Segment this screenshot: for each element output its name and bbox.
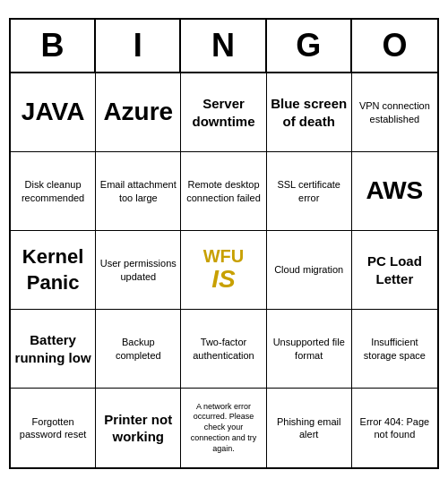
bingo-cell-9[interactable]: AWS — [352, 152, 437, 231]
cell-text-6: Email attachment too large — [99, 178, 177, 204]
cell-text-15: Battery running low — [14, 331, 91, 366]
cell-text-5: Disk cleanup recommended — [14, 178, 91, 204]
bingo-card: B I N G O JAVAAzureServer downtimeBlue s… — [9, 18, 439, 469]
header-b: B — [11, 20, 96, 72]
header-i: I — [96, 20, 181, 72]
cell-text-14: PC Load Letter — [356, 252, 434, 287]
bingo-cell-5[interactable]: Disk cleanup recommended — [11, 152, 96, 231]
cell-text-10: Kernel Panic — [14, 244, 91, 295]
bingo-cell-4[interactable]: VPN connection established — [352, 73, 437, 152]
cell-text-24: Error 404: Page not found — [356, 415, 434, 441]
header-o: O — [352, 20, 437, 72]
header-n: N — [181, 20, 266, 72]
bingo-cell-17[interactable]: Two-factor authentication — [181, 310, 266, 389]
bingo-cell-12[interactable]: WFU IS — [181, 231, 266, 310]
bingo-cell-0[interactable]: JAVA — [11, 73, 96, 152]
wfu-is-label: IS — [211, 265, 235, 294]
bingo-cell-20[interactable]: Forgotten password reset — [11, 389, 96, 467]
wfu-label: WFU — [203, 247, 245, 265]
bingo-cell-21[interactable]: Printer not working — [96, 389, 181, 467]
cell-text-23: Phishing email alert — [271, 415, 348, 441]
bingo-cell-2[interactable]: Server downtime — [181, 73, 266, 152]
bingo-cell-14[interactable]: PC Load Letter — [352, 231, 437, 310]
cell-text-7: Remote desktop connection failed — [185, 178, 262, 204]
cell-text-21: Printer not working — [99, 411, 177, 446]
bingo-cell-10[interactable]: Kernel Panic — [11, 231, 96, 310]
cell-text-4: VPN connection established — [356, 99, 434, 125]
cell-text-13: Cloud migration — [274, 263, 343, 276]
bingo-cell-6[interactable]: Email attachment too large — [96, 152, 181, 231]
cell-text-1: Azure — [103, 96, 173, 128]
bingo-header: B I N G O — [11, 20, 437, 73]
bingo-cell-11[interactable]: User permissions updated — [96, 231, 181, 310]
cell-text-9: AWS — [366, 175, 424, 207]
bingo-cell-13[interactable]: Cloud migration — [267, 231, 352, 310]
cell-text-17: Two-factor authentication — [185, 336, 262, 362]
cell-text-11: User permissions updated — [99, 257, 177, 283]
cell-text-0: JAVA — [22, 96, 85, 128]
bingo-cell-22[interactable]: A network error occurred. Please check y… — [181, 389, 266, 467]
bingo-cell-23[interactable]: Phishing email alert — [267, 389, 352, 467]
cell-text-19: Insufficient storage space — [356, 336, 434, 362]
cell-text-16: Backup completed — [99, 336, 177, 362]
bingo-grid: JAVAAzureServer downtimeBlue screen of d… — [11, 73, 437, 467]
cell-text-18: Unsupported file format — [271, 336, 348, 362]
cell-text-20: Forgotten password reset — [14, 415, 91, 441]
bingo-cell-24[interactable]: Error 404: Page not found — [352, 389, 437, 467]
cell-text-3: Blue screen of death — [271, 95, 348, 130]
bingo-cell-1[interactable]: Azure — [96, 73, 181, 152]
bingo-cell-7[interactable]: Remote desktop connection failed — [181, 152, 266, 231]
bingo-cell-15[interactable]: Battery running low — [11, 310, 96, 389]
bingo-cell-19[interactable]: Insufficient storage space — [352, 310, 437, 389]
cell-text-8: SSL certificate error — [271, 178, 348, 204]
header-g: G — [267, 20, 352, 72]
bingo-cell-18[interactable]: Unsupported file format — [267, 310, 352, 389]
bingo-cell-16[interactable]: Backup completed — [96, 310, 181, 389]
cell-text-2: Server downtime — [185, 95, 262, 130]
bingo-cell-3[interactable]: Blue screen of death — [267, 73, 352, 152]
bingo-cell-8[interactable]: SSL certificate error — [267, 152, 352, 231]
cell-text-22: A network error occurred. Please check y… — [185, 402, 262, 454]
